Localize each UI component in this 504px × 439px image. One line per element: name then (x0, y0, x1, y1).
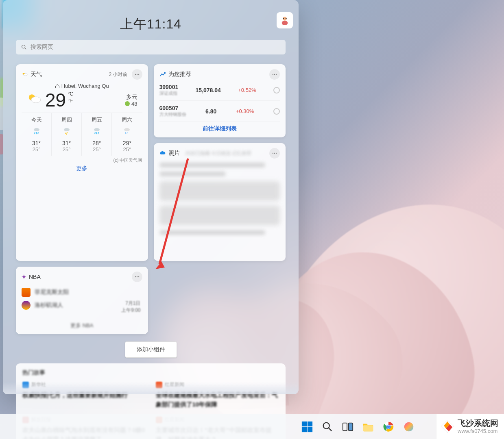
svg-line-42 (328, 428, 332, 431)
svg-point-26 (273, 74, 273, 75)
svg-point-41 (323, 422, 329, 428)
svg-rect-38 (307, 421, 312, 426)
news-item[interactable]: 新华社 权威快报|七月，这些重要新规开始施行 (22, 381, 146, 409)
svg-point-2 (283, 18, 284, 19)
svg-point-10 (138, 74, 139, 75)
blurred-text (159, 163, 266, 167)
svg-point-4 (22, 45, 25, 48)
svg-point-29 (273, 153, 273, 154)
pin-icon[interactable] (273, 108, 280, 115)
search-input[interactable]: 搜索网页 (16, 40, 286, 54)
finance-title: 为您推荐 (168, 71, 191, 78)
globe-icon (403, 421, 415, 433)
browser-button[interactable] (400, 418, 417, 435)
game-time: 7月1日 上午9:00 (121, 300, 140, 314)
search-button[interactable] (319, 418, 336, 435)
finance-link[interactable]: 前往详细列表 (159, 125, 280, 133)
file-explorer-button[interactable] (360, 418, 377, 435)
forecast-day[interactable]: 周六 29° 25° (112, 113, 142, 156)
pin-icon[interactable] (273, 87, 280, 93)
svg-rect-43 (343, 423, 347, 430)
svg-point-32 (135, 276, 135, 277)
svg-point-17 (64, 128, 70, 131)
widget-more-button[interactable] (132, 69, 142, 80)
svg-point-3 (286, 18, 286, 19)
svg-line-22 (98, 132, 98, 134)
blurred-text (159, 181, 280, 201)
watermark-url: www.fs0745.com (458, 428, 498, 435)
widget-more-button[interactable] (269, 69, 280, 80)
svg-point-27 (274, 74, 275, 75)
more-icon (272, 72, 277, 77)
svg-point-19 (94, 128, 100, 131)
team-row: 菲尼克斯太阳 (22, 288, 142, 297)
widget-more-button[interactable] (132, 272, 142, 282)
svg-point-49 (387, 425, 390, 428)
nba-more-link[interactable]: 更多 NBA (22, 322, 142, 329)
weather-title: 天气 (31, 71, 42, 78)
svg-point-28 (276, 74, 277, 75)
weather-aqi: 48 (131, 101, 137, 107)
start-button[interactable] (299, 418, 316, 435)
unit-celsius[interactable]: °C (68, 91, 74, 98)
nba-widget[interactable]: ✦ NBA 菲尼克斯太阳 洛杉矶湖人 7月1日 上午9:00 (16, 267, 148, 334)
svg-point-12 (31, 97, 41, 103)
weather-widget[interactable]: 天气 2 小时前 Hubei, Wuchang Qu 29 (16, 64, 148, 261)
weather-updated: 2 小时前 (109, 71, 127, 78)
svg-rect-39 (301, 427, 306, 432)
more-icon (134, 72, 140, 77)
weather-condition-icon (26, 91, 43, 107)
forecast-day[interactable]: 周五 28° 25° (82, 113, 112, 156)
unit-fahrenheit[interactable]: °F (68, 98, 74, 104)
rain-icon (92, 126, 102, 136)
weather-temp: 29 (45, 91, 66, 109)
weather-location: Hubei, Wuchang Qu (61, 83, 109, 89)
weather-condition: 多云 (125, 93, 137, 101)
svg-point-13 (34, 128, 39, 131)
cloud-icon (159, 150, 166, 156)
svg-point-8 (135, 74, 135, 75)
search-placeholder: 搜索网页 (31, 43, 53, 51)
task-view-button[interactable] (339, 418, 356, 435)
showers-icon (122, 126, 132, 136)
rain-icon (32, 126, 41, 136)
chart-icon (159, 71, 166, 78)
storm-icon (62, 126, 72, 136)
weather-more-link[interactable]: 更多 (22, 165, 142, 172)
stock-row[interactable]: 600507 方大特钢股份 6.80 +0.30% (159, 101, 280, 122)
blurred-text (159, 230, 266, 235)
add-widget-button[interactable]: 添加小组件 (125, 341, 177, 358)
aqi-indicator-icon (125, 101, 130, 106)
weather-source: (c) 中国天气网 (22, 157, 142, 163)
folder-icon (362, 421, 374, 433)
widget-more-button[interactable] (269, 148, 280, 159)
svg-point-9 (136, 74, 137, 75)
svg-point-7 (24, 74, 27, 76)
stock-row[interactable]: 399001 深证成指 15,078.04 +0.52% (159, 80, 280, 101)
svg-point-50 (404, 422, 413, 431)
nba-icon: ✦ (22, 274, 26, 280)
svg-point-31 (276, 153, 277, 154)
user-avatar[interactable] (277, 12, 293, 28)
news-item[interactable]: 红星新闻 全球在建规模最大水电工程投产发电背后：气象部门提供了10年保障 (156, 381, 279, 409)
team-logo-icon (22, 301, 31, 310)
task-view-icon (342, 421, 354, 433)
source-badge-icon (156, 382, 162, 388)
blurred-text (159, 172, 226, 176)
forecast-row: 今天 31° 25° 周四 31° 25° 周五 28° 25° (22, 113, 142, 156)
forecast-day[interactable]: 今天 31° 25° (22, 113, 52, 156)
svg-line-20 (95, 132, 95, 134)
svg-point-33 (136, 276, 137, 277)
forecast-day[interactable]: 周四 31° 25° (52, 113, 82, 156)
finance-widget[interactable]: 为您推荐 399001 深证成指 15,078.04 +0.52% (154, 64, 286, 137)
svg-line-25 (127, 132, 127, 134)
svg-line-5 (25, 48, 26, 49)
chrome-button[interactable] (380, 418, 397, 435)
photos-widget[interactable]: 照片 内容已隐藏 今日精选 记忆推荐 (154, 143, 286, 261)
svg-line-15 (36, 132, 37, 134)
svg-line-21 (96, 132, 97, 134)
photos-title: 照片 (168, 150, 180, 157)
widgets-panel: 上午11:14 搜索网页 天气 2 小时前 (3, 0, 299, 394)
home-icon (55, 84, 60, 89)
blurred-text (159, 206, 280, 225)
